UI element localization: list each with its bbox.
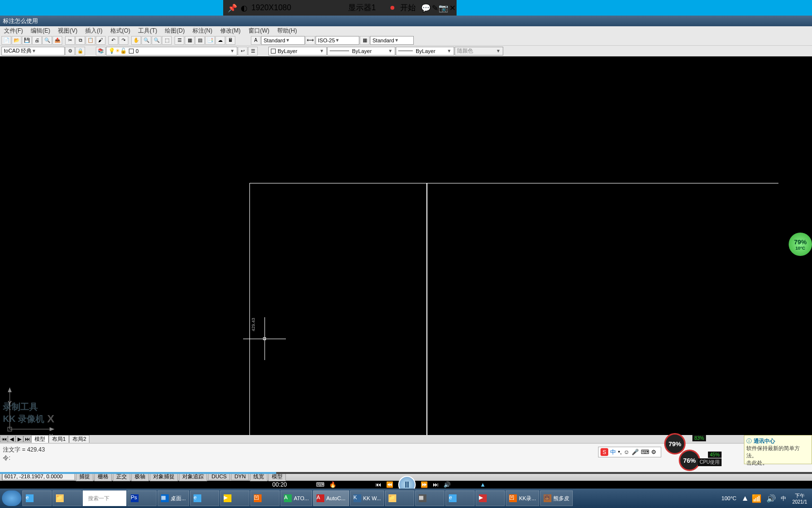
tab-model[interactable]: 模型 — [31, 435, 49, 443]
close-icon[interactable]: ✕ — [448, 3, 457, 12]
task-bear[interactable]: 🐻熊多皮 — [540, 490, 573, 506]
menu-modify[interactable]: 修改(M) — [216, 26, 245, 35]
ime-keyboard-icon[interactable]: ⌨ — [641, 449, 649, 455]
menu-dimension[interactable]: 标注(N) — [189, 26, 216, 35]
ime-mic-icon[interactable]: 🎤 — [632, 449, 639, 455]
tab-first-icon[interactable]: ⏮ — [0, 435, 8, 442]
text-style-select[interactable]: Standard▾ — [261, 36, 305, 45]
task-app3[interactable]: ▶ — [476, 490, 505, 506]
menu-help[interactable]: 帮助(H) — [273, 26, 301, 35]
tab-last-icon[interactable]: ⏭ — [23, 435, 31, 442]
layer-prev-icon[interactable]: ↩ — [238, 47, 247, 55]
player-progress[interactable] — [0, 472, 812, 474]
start-label[interactable]: 开始 — [400, 3, 416, 13]
tray-clock[interactable]: 下午 2021/1 — [792, 492, 807, 505]
layer-states-icon[interactable]: ☰ — [248, 47, 258, 55]
pencil-icon[interactable]: ✎ — [430, 3, 439, 12]
menu-draw[interactable]: 绘图(D) — [161, 26, 189, 35]
redo-icon[interactable]: ↷ — [119, 36, 128, 45]
tab-prev-icon[interactable]: ◀ — [8, 435, 16, 442]
linetype-select[interactable]: ByLayer▾ — [327, 47, 395, 55]
next-track-icon[interactable]: ⏭ — [433, 481, 439, 488]
tab-layout2[interactable]: 布局2 — [69, 435, 89, 443]
menu-view[interactable]: 视图(V) — [54, 26, 81, 35]
ime-emoji-icon[interactable]: ☺ — [624, 449, 630, 455]
zoom-win-icon[interactable]: ⬚ — [162, 36, 172, 45]
rewind-icon[interactable]: ⏪ — [386, 481, 393, 488]
tab-next-icon[interactable]: ▶ — [16, 435, 23, 442]
dim-style-icon[interactable]: ⟷ — [305, 36, 315, 45]
chat-icon[interactable]: 💬 — [422, 3, 430, 12]
tab-layout1[interactable]: 布局1 — [49, 435, 69, 443]
workspace-lock-icon[interactable]: 🔒 — [75, 47, 85, 55]
undo-icon[interactable]: ↶ — [108, 36, 118, 45]
task-kkrec[interactable]: 凹KK录... — [506, 490, 539, 506]
flame-icon[interactable]: 🔥 — [329, 481, 336, 488]
publish-icon[interactable]: 📤 — [53, 36, 62, 45]
volume-icon[interactable]: 🔊 — [443, 481, 451, 488]
menu-file[interactable]: 文件(F) — [0, 26, 27, 35]
workspace-settings-icon[interactable]: ⚙ — [65, 47, 75, 55]
menu-tools[interactable]: 工具(T) — [134, 26, 161, 35]
arrow-up-icon[interactable]: ▲ — [480, 481, 486, 488]
plotstyle-select[interactable]: 随颜色▾ — [455, 47, 503, 55]
explorer-pinned[interactable]: 📁 — [53, 490, 82, 506]
tray-volume-icon[interactable]: 🔊 — [766, 494, 776, 503]
ime-settings-icon[interactable]: ⚙ — [651, 449, 656, 455]
zoom-rt-icon[interactable]: 🔍 — [141, 36, 151, 45]
pin-icon[interactable]: 📌 — [228, 3, 237, 12]
task-app1[interactable]: ▦桌面... — [158, 490, 189, 506]
properties-icon[interactable]: ☰ — [175, 36, 184, 45]
ime-toolbar[interactable]: S 中 •, ☺ 🎤 ⌨ ⚙ — [598, 447, 661, 457]
task-ie2[interactable]: e — [190, 490, 219, 506]
menu-format[interactable]: 格式(O) — [106, 26, 134, 35]
prev-track-icon[interactable]: ⏮ — [375, 481, 381, 488]
menu-insert[interactable]: 插入(I) — [81, 26, 106, 35]
table-style-select[interactable]: Standard▾ — [370, 36, 414, 45]
lineweight-select[interactable]: ByLayer▾ — [396, 47, 454, 55]
task-kk[interactable]: 凹 — [250, 490, 280, 506]
task-play[interactable]: ▶ — [220, 490, 249, 506]
task-ato[interactable]: AATO... — [281, 490, 312, 506]
table-style-icon[interactable]: ▦ — [360, 36, 370, 45]
designcenter-icon[interactable]: ▦ — [185, 36, 194, 45]
search-box[interactable]: 搜索一下 — [83, 490, 126, 506]
task-kkw[interactable]: KKK W... — [350, 490, 385, 506]
layer-select[interactable]: 💡 ☀ 🔓 0 ▾ — [106, 47, 237, 55]
notification-popup[interactable]: ⓘ 通讯中心 软件保持最新的简单方法。 击此处。 — [744, 435, 812, 464]
temperature-widget[interactable]: 79% 10°C — [789, 233, 812, 256]
layer-manager-icon[interactable]: 📚 — [96, 47, 106, 55]
keyboard-icon[interactable]: ⌨ — [316, 481, 324, 488]
quickcalc-icon[interactable]: 🖩 — [226, 36, 235, 45]
open-icon[interactable]: 📂 — [12, 36, 21, 45]
workspace-select[interactable]: toCAD 经典▾ — [1, 47, 65, 55]
ime-logo-icon[interactable]: S — [600, 448, 608, 456]
ime-lang[interactable]: 中 — [610, 448, 616, 456]
contrast-icon[interactable]: ◐ — [240, 3, 248, 12]
tray-network-icon[interactable]: 📶 — [752, 494, 761, 503]
text-style-icon[interactable]: A — [251, 36, 261, 45]
new-icon[interactable]: 📄 — [1, 36, 11, 45]
task-autocad[interactable]: AAutoC... — [313, 490, 349, 506]
forward-icon[interactable]: ⏩ — [421, 481, 428, 488]
task-ps[interactable]: Ps — [127, 490, 157, 506]
ie-pinned[interactable]: e — [22, 490, 52, 506]
save-icon[interactable]: 💾 — [22, 36, 32, 45]
markup-icon[interactable]: ☁ — [215, 36, 225, 45]
tray-lang[interactable]: 中 — [781, 495, 786, 502]
zoom-prev-icon[interactable]: 🔍 — [152, 36, 161, 45]
cut-icon[interactable]: ✂ — [65, 36, 75, 45]
tray-up-icon[interactable]: ▲ — [741, 494, 749, 503]
preview-icon[interactable]: 🔍 — [42, 36, 52, 45]
print-icon[interactable]: 🖨 — [32, 36, 42, 45]
task-app2[interactable]: ▦ — [415, 490, 444, 506]
start-button[interactable] — [2, 490, 21, 506]
toolpalettes-icon[interactable]: ▤ — [195, 36, 205, 45]
task-folder[interactable]: 📁 — [385, 490, 414, 506]
task-ie3[interactable]: e — [445, 490, 475, 506]
ime-punct-icon[interactable]: •, — [618, 449, 622, 455]
match-icon[interactable]: 🖌 — [96, 36, 106, 45]
menu-edit[interactable]: 编辑(E) — [27, 26, 54, 35]
camera-icon[interactable]: 📷 — [439, 3, 448, 12]
paste-icon[interactable]: 📋 — [86, 36, 95, 45]
